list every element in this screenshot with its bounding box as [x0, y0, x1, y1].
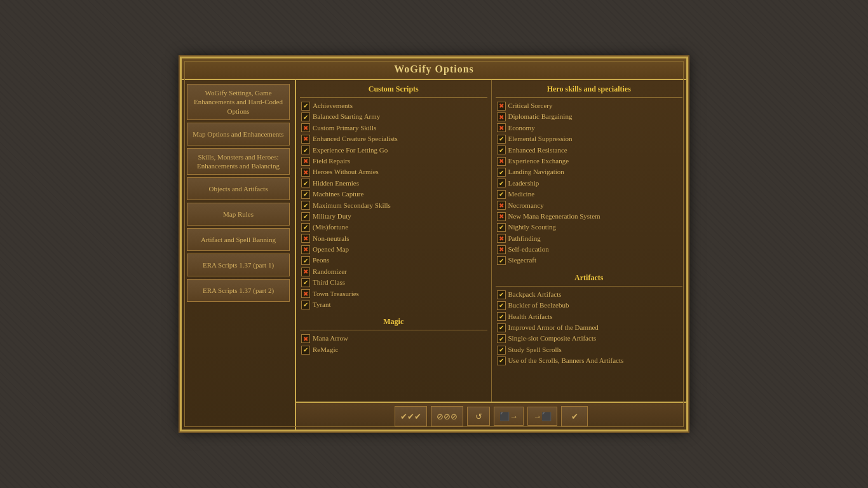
right-panel: Custom Scripts ✔Achievements✔Balanced St… [296, 80, 686, 430]
checkbox-remagic: ✔ [301, 346, 310, 355]
confirm-button[interactable]: ✔ [561, 406, 588, 426]
label-leadership: Leadership [508, 179, 539, 188]
check-item-study-spell[interactable]: ✔Study Spell Scrolls [496, 344, 683, 355]
checkbox-pathfinding: ✖ [497, 234, 506, 243]
checkbox-landing-navigation: ✔ [497, 168, 506, 177]
label-pathfinding: Pathfinding [508, 234, 541, 243]
checkbox-nightly-scouting: ✔ [497, 223, 506, 232]
check-item-military-duty[interactable]: ✔Military Duty [300, 211, 487, 222]
check-item-medicine[interactable]: ✔Medicine [496, 189, 683, 200]
label-third-class: Third Class [313, 278, 345, 287]
check-item-nightly-scouting[interactable]: ✔Nightly Scouting [496, 222, 683, 233]
check-item-enhanced-creature[interactable]: ✖Enhanced Creature Specialists [300, 133, 487, 144]
sidebar-btn-skills[interactable]: Skills, Monsters and Heroes: Enhancement… [187, 148, 290, 175]
label-tyrant: Tyrant [313, 300, 331, 309]
check-item-landing-navigation[interactable]: ✔Landing Navigation [496, 166, 683, 177]
cross-all-button[interactable]: ⊘⊘⊘ [431, 406, 463, 426]
sidebar-btn-artifact-spell[interactable]: Artifact and Spell Banning [187, 228, 290, 251]
label-medicine: Medicine [508, 189, 535, 199]
check-item-third-class[interactable]: ✔Third Class [300, 277, 487, 288]
checkbox-elemental-suppression: ✔ [497, 135, 506, 144]
label-use-scrolls: Use of the Scrolls, Banners And Artifact… [508, 356, 624, 365]
label-town-treasuries: Town Treasuries [313, 289, 359, 299]
check-item-opened-map[interactable]: ✖Opened Map [300, 244, 487, 255]
checkbox-study-spell: ✔ [497, 346, 506, 355]
label-balanced-army: Balanced Starting Army [313, 112, 380, 121]
check-item-leadership[interactable]: ✔Leadership [496, 178, 683, 189]
check-item-non-neutrals[interactable]: ✖Non-neutrals [300, 233, 487, 244]
check-item-misfortune[interactable]: ✔(Mis)fortune [300, 222, 487, 233]
check-item-necromancy[interactable]: ✖Necromancy [496, 200, 683, 211]
checkbox-enhanced-resistance: ✔ [497, 146, 506, 154]
label-nightly-scouting: Nightly Scouting [508, 222, 556, 232]
label-hidden-enemies: Hidden Enemies [313, 179, 359, 188]
check-item-balanced-army[interactable]: ✔Balanced Starting Army [300, 111, 487, 122]
check-item-backpack-artifacts[interactable]: ✔Backpack Artifacts [496, 289, 683, 300]
check-item-buckler-beelzebub[interactable]: ✔Buckler of Beelzebub [496, 300, 683, 311]
label-machines-capture: Machines Capture [313, 189, 363, 199]
check-item-experience-letting[interactable]: ✔Experience For Letting Go [300, 145, 487, 156]
sidebar-btn-map-options[interactable]: Map Options and Enhancements [187, 123, 290, 146]
sidebar-btn-era-part1[interactable]: ERA Scripts 1.37 (part 1) [187, 254, 290, 276]
columns-area: Custom Scripts ✔Achievements✔Balanced St… [296, 80, 686, 402]
check-item-use-scrolls[interactable]: ✔Use of the Scrolls, Banners And Artifac… [496, 355, 683, 366]
check-item-pathfinding[interactable]: ✖Pathfinding [496, 233, 683, 244]
checkbox-buckler-beelzebub: ✔ [497, 301, 506, 310]
check-item-single-slot[interactable]: ✔Single-slot Composite Artifacts [496, 333, 683, 344]
check-item-economy[interactable]: ✖Economy [496, 123, 683, 133]
checkbox-leadership: ✔ [497, 179, 506, 187]
check-item-heroes-without[interactable]: ✖Heroes Without Armies [300, 166, 487, 177]
export-button[interactable]: ⬛→ [494, 407, 524, 426]
check-item-remagic[interactable]: ✔ReMagic [300, 344, 487, 355]
label-randomizer: Randomizer [313, 267, 347, 276]
import-button[interactable]: →⬛ [527, 407, 557, 426]
check-item-health-artifacts[interactable]: ✔Health Artifacts [496, 311, 683, 322]
check-item-improved-armor[interactable]: ✔Improved Armor of the Damned [496, 322, 683, 333]
check-item-experience-exchange[interactable]: ✖Experience Exchange [496, 156, 683, 166]
check-item-tyrant[interactable]: ✔Tyrant [300, 299, 487, 310]
left-column: Custom Scripts ✔Achievements✔Balanced St… [296, 80, 492, 402]
check-item-field-repairs[interactable]: ✖Field Repairs [300, 156, 487, 166]
check-item-siegecraft[interactable]: ✔Siegecraft [496, 255, 683, 266]
checkbox-mana-arrow: ✖ [301, 334, 310, 343]
sidebar-btn-settings[interactable]: WoGify Settings, Game Enhancements and H… [187, 84, 290, 120]
checkbox-heroes-without: ✖ [301, 168, 310, 177]
label-heroes-without: Heroes Without Armies [313, 167, 379, 177]
check-item-new-mana-regen[interactable]: ✖New Mana Regeneration System [496, 211, 683, 222]
check-all-button[interactable]: ✔✔✔ [395, 406, 427, 426]
label-study-spell: Study Spell Scrolls [508, 345, 562, 355]
main-window: WoGify Options WoGify Settings, Game Enh… [180, 57, 688, 431]
check-item-critical-sorcery[interactable]: ✖Critical Sorcery [496, 100, 683, 111]
checkbox-balanced-army: ✔ [301, 112, 310, 121]
sidebar: WoGify Settings, Game Enhancements and H… [182, 80, 296, 430]
check-item-enhanced-resistance[interactable]: ✔Enhanced Resistance [496, 145, 683, 156]
check-item-achievements[interactable]: ✔Achievements [300, 100, 487, 111]
check-item-town-treasuries[interactable]: ✖Town Treasuries [300, 288, 487, 299]
checkbox-third-class: ✔ [301, 278, 310, 287]
refresh-button[interactable]: ↺ [467, 407, 490, 426]
sidebar-btn-map-rules[interactable]: Map Rules [187, 203, 290, 226]
check-item-hidden-enemies[interactable]: ✔Hidden Enemies [300, 178, 487, 189]
checkbox-opened-map: ✖ [301, 245, 310, 254]
sidebar-btn-era-part2[interactable]: ERA Scripts 1.37 (part 2) [187, 279, 290, 302]
label-military-duty: Military Duty [313, 212, 351, 221]
checkbox-hidden-enemies: ✔ [301, 179, 310, 187]
check-item-randomizer[interactable]: ✖Randomizer [300, 266, 487, 277]
checkbox-custom-primary: ✖ [301, 123, 310, 132]
check-item-custom-primary[interactable]: ✖Custom Primary Skills [300, 123, 487, 133]
check-item-mana-arrow[interactable]: ✖Mana Arrow [300, 333, 487, 344]
check-item-peons[interactable]: ✔Peons [300, 255, 487, 266]
checkbox-new-mana-regen: ✖ [497, 212, 506, 221]
label-elemental-suppression: Elemental Suppression [508, 134, 573, 144]
check-item-max-secondary[interactable]: ✔Maximum Secondary Skills [300, 200, 487, 211]
checkbox-health-artifacts: ✔ [497, 312, 506, 321]
checkbox-backpack-artifacts: ✔ [497, 290, 506, 299]
check-item-machines-capture[interactable]: ✔Machines Capture [300, 189, 487, 200]
label-opened-map: Opened Map [313, 245, 349, 254]
check-item-self-education[interactable]: ✖Self-education [496, 244, 683, 255]
label-new-mana-regen: New Mana Regeneration System [508, 212, 600, 221]
sidebar-btn-objects[interactable]: Objects and Artifacts [187, 177, 290, 200]
check-item-elemental-suppression[interactable]: ✔Elemental Suppression [496, 133, 683, 144]
main-content: WoGify Settings, Game Enhancements and H… [182, 80, 686, 430]
check-item-diplomatic-bargaining[interactable]: ✖Diplomatic Bargaining [496, 111, 683, 122]
